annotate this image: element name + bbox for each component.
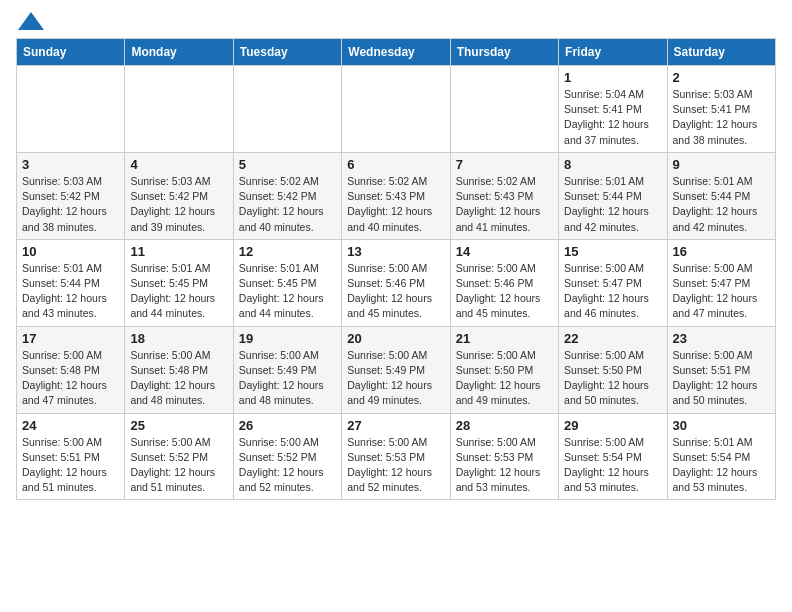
calendar-day-cell: 3Sunrise: 5:03 AM Sunset: 5:42 PM Daylig… — [17, 152, 125, 239]
calendar-day-cell: 8Sunrise: 5:01 AM Sunset: 5:44 PM Daylig… — [559, 152, 667, 239]
day-info: Sunrise: 5:00 AM Sunset: 5:53 PM Dayligh… — [347, 435, 444, 496]
day-info: Sunrise: 5:00 AM Sunset: 5:50 PM Dayligh… — [456, 348, 553, 409]
day-info: Sunrise: 5:00 AM Sunset: 5:53 PM Dayligh… — [456, 435, 553, 496]
calendar-day-cell: 2Sunrise: 5:03 AM Sunset: 5:41 PM Daylig… — [667, 66, 775, 153]
calendar-day-cell: 24Sunrise: 5:00 AM Sunset: 5:51 PM Dayli… — [17, 413, 125, 500]
day-number: 19 — [239, 331, 336, 346]
calendar-week-row: 10Sunrise: 5:01 AM Sunset: 5:44 PM Dayli… — [17, 239, 776, 326]
day-info: Sunrise: 5:03 AM Sunset: 5:42 PM Dayligh… — [130, 174, 227, 235]
calendar-day-cell: 9Sunrise: 5:01 AM Sunset: 5:44 PM Daylig… — [667, 152, 775, 239]
day-info: Sunrise: 5:02 AM Sunset: 5:43 PM Dayligh… — [456, 174, 553, 235]
day-info: Sunrise: 5:01 AM Sunset: 5:44 PM Dayligh… — [564, 174, 661, 235]
day-number: 29 — [564, 418, 661, 433]
day-number: 30 — [673, 418, 770, 433]
weekday-header-friday: Friday — [559, 39, 667, 66]
day-number: 12 — [239, 244, 336, 259]
calendar-empty-cell — [233, 66, 341, 153]
day-info: Sunrise: 5:00 AM Sunset: 5:47 PM Dayligh… — [564, 261, 661, 322]
calendar-day-cell: 18Sunrise: 5:00 AM Sunset: 5:48 PM Dayli… — [125, 326, 233, 413]
calendar-day-cell: 29Sunrise: 5:00 AM Sunset: 5:54 PM Dayli… — [559, 413, 667, 500]
day-info: Sunrise: 5:00 AM Sunset: 5:49 PM Dayligh… — [347, 348, 444, 409]
day-number: 16 — [673, 244, 770, 259]
day-info: Sunrise: 5:02 AM Sunset: 5:43 PM Dayligh… — [347, 174, 444, 235]
weekday-header-thursday: Thursday — [450, 39, 558, 66]
weekday-header-wednesday: Wednesday — [342, 39, 450, 66]
day-info: Sunrise: 5:00 AM Sunset: 5:54 PM Dayligh… — [564, 435, 661, 496]
weekday-header-tuesday: Tuesday — [233, 39, 341, 66]
day-info: Sunrise: 5:01 AM Sunset: 5:44 PM Dayligh… — [673, 174, 770, 235]
calendar-day-cell: 16Sunrise: 5:00 AM Sunset: 5:47 PM Dayli… — [667, 239, 775, 326]
day-number: 27 — [347, 418, 444, 433]
day-number: 17 — [22, 331, 119, 346]
calendar-week-row: 17Sunrise: 5:00 AM Sunset: 5:48 PM Dayli… — [17, 326, 776, 413]
day-number: 25 — [130, 418, 227, 433]
day-info: Sunrise: 5:00 AM Sunset: 5:52 PM Dayligh… — [130, 435, 227, 496]
weekday-header-saturday: Saturday — [667, 39, 775, 66]
day-info: Sunrise: 5:00 AM Sunset: 5:49 PM Dayligh… — [239, 348, 336, 409]
day-info: Sunrise: 5:00 AM Sunset: 5:48 PM Dayligh… — [22, 348, 119, 409]
calendar-day-cell: 7Sunrise: 5:02 AM Sunset: 5:43 PM Daylig… — [450, 152, 558, 239]
page-header — [16, 16, 776, 30]
calendar-day-cell: 27Sunrise: 5:00 AM Sunset: 5:53 PM Dayli… — [342, 413, 450, 500]
day-number: 8 — [564, 157, 661, 172]
day-info: Sunrise: 5:03 AM Sunset: 5:41 PM Dayligh… — [673, 87, 770, 148]
day-number: 22 — [564, 331, 661, 346]
day-number: 1 — [564, 70, 661, 85]
day-info: Sunrise: 5:00 AM Sunset: 5:46 PM Dayligh… — [456, 261, 553, 322]
calendar-empty-cell — [125, 66, 233, 153]
calendar-day-cell: 21Sunrise: 5:00 AM Sunset: 5:50 PM Dayli… — [450, 326, 558, 413]
day-info: Sunrise: 5:00 AM Sunset: 5:51 PM Dayligh… — [22, 435, 119, 496]
day-number: 11 — [130, 244, 227, 259]
calendar-day-cell: 17Sunrise: 5:00 AM Sunset: 5:48 PM Dayli… — [17, 326, 125, 413]
day-number: 23 — [673, 331, 770, 346]
day-info: Sunrise: 5:01 AM Sunset: 5:54 PM Dayligh… — [673, 435, 770, 496]
day-number: 9 — [673, 157, 770, 172]
day-info: Sunrise: 5:00 AM Sunset: 5:47 PM Dayligh… — [673, 261, 770, 322]
logo — [16, 16, 44, 30]
calendar-day-cell: 15Sunrise: 5:00 AM Sunset: 5:47 PM Dayli… — [559, 239, 667, 326]
day-info: Sunrise: 5:00 AM Sunset: 5:52 PM Dayligh… — [239, 435, 336, 496]
day-number: 21 — [456, 331, 553, 346]
day-number: 26 — [239, 418, 336, 433]
calendar-day-cell: 1Sunrise: 5:04 AM Sunset: 5:41 PM Daylig… — [559, 66, 667, 153]
calendar-day-cell: 14Sunrise: 5:00 AM Sunset: 5:46 PM Dayli… — [450, 239, 558, 326]
calendar-day-cell: 30Sunrise: 5:01 AM Sunset: 5:54 PM Dayli… — [667, 413, 775, 500]
svg-marker-0 — [18, 12, 44, 30]
logo-arrow-icon — [18, 12, 44, 30]
day-number: 10 — [22, 244, 119, 259]
calendar-day-cell: 13Sunrise: 5:00 AM Sunset: 5:46 PM Dayli… — [342, 239, 450, 326]
calendar-empty-cell — [17, 66, 125, 153]
calendar-day-cell: 19Sunrise: 5:00 AM Sunset: 5:49 PM Dayli… — [233, 326, 341, 413]
calendar-header-row: SundayMondayTuesdayWednesdayThursdayFrid… — [17, 39, 776, 66]
day-number: 14 — [456, 244, 553, 259]
weekday-header-monday: Monday — [125, 39, 233, 66]
calendar-day-cell: 20Sunrise: 5:00 AM Sunset: 5:49 PM Dayli… — [342, 326, 450, 413]
calendar-day-cell: 28Sunrise: 5:00 AM Sunset: 5:53 PM Dayli… — [450, 413, 558, 500]
calendar-day-cell: 12Sunrise: 5:01 AM Sunset: 5:45 PM Dayli… — [233, 239, 341, 326]
day-info: Sunrise: 5:00 AM Sunset: 5:50 PM Dayligh… — [564, 348, 661, 409]
day-number: 28 — [456, 418, 553, 433]
day-info: Sunrise: 5:01 AM Sunset: 5:45 PM Dayligh… — [130, 261, 227, 322]
day-number: 18 — [130, 331, 227, 346]
day-number: 2 — [673, 70, 770, 85]
day-info: Sunrise: 5:00 AM Sunset: 5:46 PM Dayligh… — [347, 261, 444, 322]
calendar-day-cell: 26Sunrise: 5:00 AM Sunset: 5:52 PM Dayli… — [233, 413, 341, 500]
day-number: 3 — [22, 157, 119, 172]
calendar-day-cell: 22Sunrise: 5:00 AM Sunset: 5:50 PM Dayli… — [559, 326, 667, 413]
day-number: 4 — [130, 157, 227, 172]
day-number: 7 — [456, 157, 553, 172]
day-number: 20 — [347, 331, 444, 346]
calendar-day-cell: 11Sunrise: 5:01 AM Sunset: 5:45 PM Dayli… — [125, 239, 233, 326]
calendar-day-cell: 25Sunrise: 5:00 AM Sunset: 5:52 PM Dayli… — [125, 413, 233, 500]
calendar-empty-cell — [450, 66, 558, 153]
calendar-week-row: 3Sunrise: 5:03 AM Sunset: 5:42 PM Daylig… — [17, 152, 776, 239]
day-info: Sunrise: 5:03 AM Sunset: 5:42 PM Dayligh… — [22, 174, 119, 235]
calendar-empty-cell — [342, 66, 450, 153]
calendar-week-row: 24Sunrise: 5:00 AM Sunset: 5:51 PM Dayli… — [17, 413, 776, 500]
day-info: Sunrise: 5:01 AM Sunset: 5:44 PM Dayligh… — [22, 261, 119, 322]
weekday-header-sunday: Sunday — [17, 39, 125, 66]
day-number: 13 — [347, 244, 444, 259]
day-info: Sunrise: 5:01 AM Sunset: 5:45 PM Dayligh… — [239, 261, 336, 322]
calendar-day-cell: 10Sunrise: 5:01 AM Sunset: 5:44 PM Dayli… — [17, 239, 125, 326]
day-number: 15 — [564, 244, 661, 259]
